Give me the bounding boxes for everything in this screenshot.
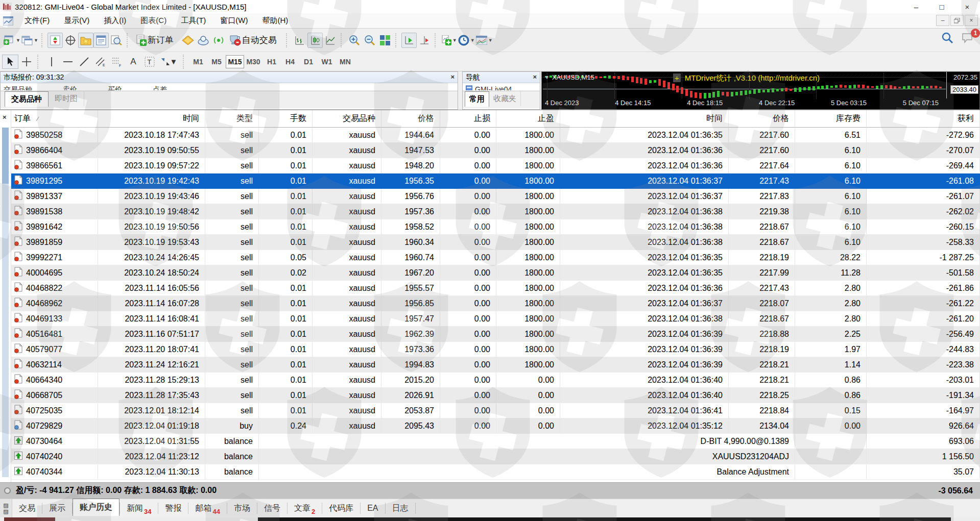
- autotrading-button[interactable]: 自动交易: [226, 33, 283, 48]
- table-row[interactable]: 405164812023.11.16 07:51:17sell0.01xauus…: [11, 327, 980, 342]
- table-row[interactable]: 400046952023.10.24 18:50:24sell0.02xauus…: [11, 265, 980, 281]
- trendline-button[interactable]: [76, 55, 92, 69]
- tab-信号[interactable]: 信号: [257, 500, 287, 517]
- market-watch-close-icon[interactable]: ×: [450, 73, 455, 81]
- zoom-out-button[interactable]: [362, 33, 377, 48]
- minimize-button[interactable]: –: [903, 0, 929, 13]
- tab-市场[interactable]: 市场: [227, 500, 257, 517]
- menu-item-C[interactable]: 图表(C): [133, 14, 174, 28]
- history-column-6[interactable]: 止损: [440, 110, 496, 128]
- timeframe-W1[interactable]: W1: [318, 55, 336, 68]
- history-column-4[interactable]: 交易品种: [313, 110, 381, 128]
- maximize-button[interactable]: □: [929, 0, 954, 13]
- table-row[interactable]: 398918592023.10.19 19:53:43sell0.01xauus…: [11, 235, 980, 250]
- mdi-minimize-button[interactable]: –: [936, 15, 949, 26]
- scrollbar-thumb[interactable]: [2, 128, 9, 184]
- chart-panel[interactable]: ▼ XAUUSD,M15 +MTDriver统计 ,V3.10 (http://…: [541, 71, 980, 110]
- tab-警报[interactable]: 警报: [158, 500, 188, 517]
- terminal-button[interactable]: [93, 33, 109, 48]
- new-order-button[interactable]: 新订单: [133, 33, 180, 48]
- fibonacci-button[interactable]: F: [109, 55, 125, 69]
- signals-button[interactable]: [211, 33, 226, 48]
- candlestick-chart-button[interactable]: [307, 33, 323, 48]
- table-row[interactable]: 398913372023.10.19 19:43:46sell0.01xauus…: [11, 189, 980, 204]
- navigator-item[interactable]: GMI-Live04: [475, 85, 512, 91]
- text-label-button[interactable]: T: [141, 55, 158, 69]
- publish-button[interactable]: [196, 33, 211, 48]
- arrows-button[interactable]: ▼: [158, 55, 180, 69]
- menu-item-T[interactable]: 工具(T): [174, 14, 213, 28]
- table-row[interactable]: 406321142023.11.24 12:16:21sell0.01xauus…: [11, 357, 980, 373]
- tab-交易[interactable]: 交易: [12, 500, 42, 517]
- table-row[interactable]: 404689622023.11.14 16:07:28sell0.01xauus…: [11, 296, 980, 311]
- timeframe-M30[interactable]: M30: [244, 55, 262, 68]
- tab-日志[interactable]: 日志: [386, 500, 415, 517]
- crosshair-button[interactable]: [18, 55, 35, 69]
- timeframe-H1[interactable]: H1: [262, 55, 281, 68]
- close-button[interactable]: ×: [954, 0, 980, 13]
- navigator-button[interactable]: [78, 33, 93, 48]
- menu-item-V[interactable]: 显示(V): [57, 14, 97, 28]
- history-column-0[interactable]: 订单∕: [11, 110, 98, 128]
- timeframe-D1[interactable]: D1: [299, 55, 318, 68]
- vertical-line-button[interactable]: [43, 55, 60, 69]
- tab-文章[interactable]: 文章2: [288, 500, 322, 517]
- mdi-close-button[interactable]: ×: [965, 15, 978, 26]
- history-column-10[interactable]: 库存费: [795, 110, 867, 128]
- tab-tick-chart[interactable]: 即时图: [49, 91, 84, 106]
- table-row[interactable]: 404688222023.11.14 16:05:56sell0.01xauus…: [11, 281, 980, 296]
- metaeditor-button[interactable]: [180, 33, 196, 48]
- table-row[interactable]: 407250352023.12.01 18:12:14sell0.01xauus…: [11, 403, 980, 418]
- table-row[interactable]: 405790772023.11.20 18:07:41sell0.01xauus…: [11, 342, 980, 357]
- history-column-3[interactable]: 手数: [259, 110, 313, 128]
- tab-邮箱[interactable]: 邮箱44: [188, 500, 226, 517]
- tab-common[interactable]: 常用: [465, 91, 489, 107]
- table-row[interactable]: 407402402023.12.04 11:23:12balanceXAUUSD…: [11, 449, 980, 464]
- tab-展示[interactable]: 展示: [42, 500, 72, 517]
- history-column-9[interactable]: 价格: [729, 110, 795, 128]
- line-chart-button[interactable]: [323, 33, 338, 48]
- timeframe-M5[interactable]: M5: [207, 55, 226, 68]
- table-row[interactable]: 398665612023.10.19 09:57:22sell0.01xauus…: [11, 158, 980, 173]
- history-column-7[interactable]: 止盈: [496, 110, 560, 128]
- table-row[interactable]: 406643402023.11.28 15:29:13sell0.01xauus…: [11, 373, 980, 388]
- templates-button[interactable]: ▼: [475, 33, 493, 48]
- vertical-scrollbar[interactable]: [2, 128, 9, 477]
- table-row[interactable]: 406687052023.11.28 17:35:43sell0.01xauus…: [11, 388, 980, 403]
- timeframe-M15[interactable]: M15: [226, 55, 244, 68]
- strategy-tester-button[interactable]: [109, 33, 124, 48]
- timeframe-H4[interactable]: H4: [281, 55, 299, 68]
- table-row[interactable]: 398664042023.10.19 09:50:55sell0.01xauus…: [11, 143, 980, 158]
- indicators-button[interactable]: ▼: [441, 33, 458, 48]
- cursor-button[interactable]: [2, 55, 18, 69]
- history-close-icon[interactable]: ×: [3, 113, 7, 121]
- table-row[interactable]: 398912952023.10.19 19:42:43sell0.01xauus…: [11, 173, 980, 189]
- tab-代码库[interactable]: 代码库: [322, 500, 360, 517]
- tab-symbols[interactable]: 交易品种: [5, 91, 49, 107]
- table-row[interactable]: 407403442023.12.04 11:30:13balanceBalanc…: [11, 464, 980, 480]
- menu-item-F[interactable]: 文件(F): [17, 14, 57, 28]
- search-icon[interactable]: [941, 32, 953, 46]
- horizontal-line-button[interactable]: [60, 55, 76, 69]
- auto-scroll-button[interactable]: [401, 33, 417, 48]
- history-column-8[interactable]: 时间: [560, 110, 729, 128]
- bar-chart-button[interactable]: [292, 33, 307, 48]
- table-row[interactable]: 398916422023.10.19 19:50:56sell0.01xauus…: [11, 219, 980, 235]
- channel-button[interactable]: E: [92, 55, 109, 69]
- timeframe-M1[interactable]: M1: [189, 55, 207, 68]
- zoom-in-button[interactable]: [347, 33, 362, 48]
- tab-favorites[interactable]: 收藏夹: [489, 91, 521, 106]
- history-column-2[interactable]: 类型: [205, 110, 259, 128]
- history-column-11[interactable]: 获利: [867, 110, 980, 128]
- timeframe-MN[interactable]: MN: [336, 55, 354, 68]
- history-column-1[interactable]: 时间: [98, 110, 205, 128]
- dock-handle-icon[interactable]: ▨▨: [0, 499, 12, 518]
- chart-symbol-label[interactable]: ▼ XAUUSD,M15: [544, 73, 594, 81]
- table-row[interactable]: 398502582023.10.18 17:47:43sell0.01xauus…: [11, 128, 980, 143]
- table-row[interactable]: 398915382023.10.19 19:48:42sell0.01xauus…: [11, 204, 980, 219]
- history-column-5[interactable]: 价格: [381, 110, 440, 128]
- notifications-icon[interactable]: 1: [962, 32, 975, 46]
- table-row[interactable]: 407304642023.12.04 01:31:55balanceD-BIT …: [11, 434, 980, 449]
- text-button[interactable]: A: [125, 55, 141, 69]
- new-chart-button[interactable]: ▼: [3, 33, 21, 48]
